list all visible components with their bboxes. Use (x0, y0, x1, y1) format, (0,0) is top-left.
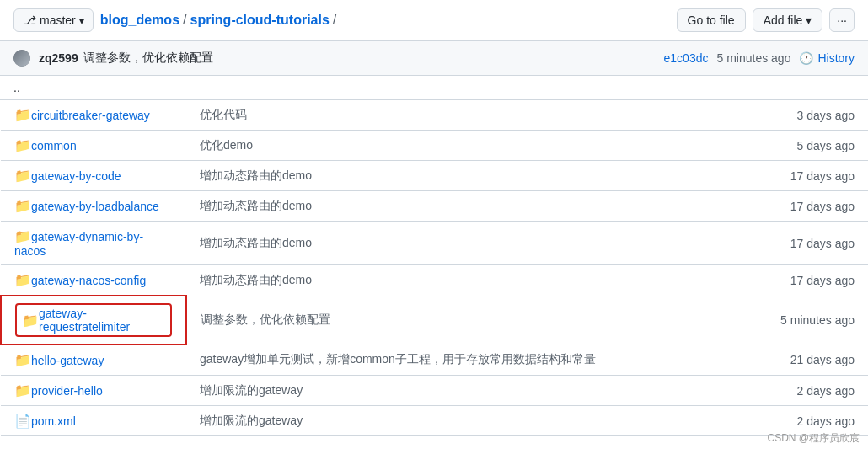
folder-icon: 📁 (22, 312, 39, 328)
file-name-link[interactable]: gateway-requestratelimiter (39, 307, 165, 334)
add-file-chevron-icon: ▾ (806, 13, 812, 27)
breadcrumb-separator-1: / (183, 13, 186, 28)
folder-icon: 📁 (14, 108, 31, 122)
file-message: 调整参数，优化依赖配置 (186, 296, 737, 345)
breadcrumb: blog_demos / spring-cloud-tutorials / (100, 13, 670, 28)
add-file-label: Add file (764, 13, 803, 27)
more-options-button[interactable]: ··· (829, 8, 855, 32)
file-time: 17 days ago (737, 265, 868, 296)
file-name-link[interactable]: common (31, 139, 77, 152)
history-button[interactable]: 🕐 History (799, 51, 855, 65)
branch-selector[interactable]: ⎇ master (13, 8, 94, 32)
table-row: 📄pom.xml增加限流的gateway2 days ago (1, 406, 868, 436)
file-name-link[interactable]: gateway-by-code (31, 169, 121, 183)
avatar-image (13, 50, 30, 67)
file-message: 增加限流的gateway (186, 376, 737, 406)
branch-chevron-icon (79, 13, 84, 27)
folder-icon: 📁 (14, 199, 31, 213)
file-message: 增加动态路由的demo (186, 191, 737, 222)
file-name-link[interactable]: circuitbreaker-gateway (31, 109, 150, 122)
commit-message: 调整参数，优化依赖配置 (83, 51, 213, 66)
top-bar: ⎇ master blog_demos / spring-cloud-tutor… (0, 0, 868, 41)
file-time: 17 days ago (737, 222, 868, 265)
breadcrumb-trailing: / (333, 13, 336, 28)
branch-icon: ⎇ (23, 13, 36, 27)
files-table: 📁circuitbreaker-gateway优化代码3 days ago📁co… (0, 100, 868, 436)
file-message: 增加限流的gateway (186, 406, 737, 436)
file-message: gateway增加单元测试，新增common子工程，用于存放常用数据结构和常量 (186, 345, 737, 376)
file-table: .. (0, 76, 868, 100)
file-time: 21 days ago (737, 345, 868, 376)
breadcrumb-owner[interactable]: blog_demos (100, 13, 179, 28)
file-icon: 📄 (14, 414, 31, 428)
file-message: 增加动态路由的demo (186, 265, 737, 296)
file-message: 增加动态路由的demo (186, 222, 737, 265)
folder-icon: 📁 (14, 383, 31, 398)
file-time: 2 days ago (737, 376, 868, 406)
folder-icon: 📁 (14, 168, 31, 183)
parent-dir-row: .. (0, 76, 868, 100)
goto-file-button[interactable]: Go to file (677, 8, 746, 32)
commit-hash[interactable]: e1c03dc (664, 51, 709, 65)
commit-author[interactable]: zq2599 (39, 51, 78, 65)
history-icon: 🕐 (799, 51, 813, 65)
table-row: 📁gateway-requestratelimiter调整参数，优化依赖配置5 … (1, 296, 868, 345)
folder-icon: 📁 (14, 273, 31, 287)
file-name-link[interactable]: gateway-dynamic-by-nacos (14, 230, 143, 258)
table-row: 📁gateway-by-loadbalance增加动态路由的demo17 day… (1, 191, 868, 222)
commit-bar: zq2599 调整参数，优化依赖配置 e1c03dc 5 minutes ago… (0, 41, 868, 76)
file-name-link[interactable]: gateway-nacos-config (31, 274, 146, 287)
file-name-link[interactable]: provider-hello (31, 384, 103, 398)
file-name-link[interactable]: hello-gateway (31, 354, 104, 367)
branch-name: master (40, 13, 76, 27)
table-row: 📁gateway-dynamic-by-nacos增加动态路由的demo17 d… (1, 222, 868, 265)
parent-dir-link[interactable]: .. (13, 81, 20, 94)
file-time: 5 minutes ago (737, 296, 868, 345)
table-row: 📁provider-hello增加限流的gateway2 days ago (1, 376, 868, 406)
file-time: 5 days ago (737, 131, 868, 161)
add-file-button[interactable]: Add file ▾ (753, 8, 823, 32)
commit-right: e1c03dc 5 minutes ago 🕐 History (664, 51, 855, 65)
file-time: 3 days ago (737, 100, 868, 131)
table-row: 📁gateway-by-code增加动态路由的demo17 days ago (1, 161, 868, 191)
history-label: History (817, 51, 855, 65)
top-bar-actions: Go to file Add file ▾ ··· (677, 8, 855, 32)
watermark: CSDN @程序员欣宸 (767, 431, 860, 436)
table-row: 📁common优化demo5 days ago (1, 131, 868, 161)
file-message: 优化代码 (186, 100, 737, 131)
avatar (13, 50, 30, 67)
file-message: 优化demo (186, 131, 737, 161)
file-name-link[interactable]: pom.xml (31, 414, 76, 428)
file-message: 增加动态路由的demo (186, 161, 737, 191)
file-time: 17 days ago (737, 161, 868, 191)
breadcrumb-repo[interactable]: spring-cloud-tutorials (190, 13, 329, 28)
table-row: 📁gateway-nacos-config增加动态路由的demo17 days … (1, 265, 868, 296)
commit-info: zq2599 调整参数，优化依赖配置 (39, 51, 656, 66)
folder-icon: 📁 (14, 353, 31, 367)
file-name-link[interactable]: gateway-by-loadbalance (31, 200, 159, 213)
folder-icon: 📁 (14, 138, 31, 152)
folder-icon: 📁 (14, 229, 31, 243)
table-row: 📁circuitbreaker-gateway优化代码3 days ago (1, 100, 868, 131)
commit-time: 5 minutes ago (716, 51, 790, 65)
table-row: 📁hello-gatewaygateway增加单元测试，新增common子工程，… (1, 345, 868, 376)
file-time: 17 days ago (737, 191, 868, 222)
